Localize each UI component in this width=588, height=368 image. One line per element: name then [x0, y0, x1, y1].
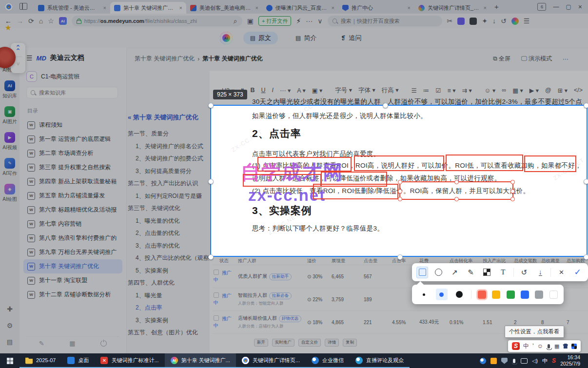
stroke-small[interactable]: [418, 289, 430, 300]
selection-handle-tm[interactable]: [383, 103, 388, 108]
tray-display-icon[interactable]: [521, 358, 528, 364]
stroke-large[interactable]: [453, 289, 465, 300]
desktop-icon: [67, 357, 75, 364]
tray-shield-icon[interactable]: [501, 358, 508, 364]
undo-capture-icon[interactable]: ↺: [518, 267, 530, 278]
ime-settings-tooltip: 个性设置，点我看看: [505, 326, 564, 338]
annotation-handle[interactable]: [398, 180, 402, 184]
download-capture-icon[interactable]: ↓: [534, 267, 546, 278]
wecom-icon: [312, 357, 319, 364]
ime-toolbar: S 中 ’ ☺ ▦: [508, 340, 581, 352]
annotation-rect[interactable]: [354, 155, 444, 171]
color-blue[interactable]: [521, 291, 529, 299]
color-red-selected[interactable]: [478, 291, 486, 299]
text-tool[interactable]: T: [497, 267, 509, 278]
rectangle-tool[interactable]: [416, 267, 428, 278]
skin-icon[interactable]: [563, 344, 568, 349]
windows-taskbar: 2025-07 桌面 ✕ 关键词推广标准计... AI 第十章 关键词推广...…: [0, 353, 588, 368]
tray-wecom-icon[interactable]: [480, 358, 486, 364]
annotation-rect[interactable]: [243, 174, 321, 187]
selection-handle-ml[interactable]: [208, 179, 214, 184]
annotation-rect-selected[interactable]: [399, 181, 513, 200]
selection-handle-bm[interactable]: [397, 254, 403, 260]
tray-volume-icon[interactable]: ◁): [532, 358, 538, 364]
taskbar-item-keyword-plan[interactable]: ✕ 关键词推广标准计...: [95, 353, 164, 368]
capture-dim-overlay: [0, 105, 210, 257]
color-green[interactable]: [507, 291, 515, 299]
red-x-app-icon: ✕: [100, 357, 108, 364]
tray-mic-icon[interactable]: [513, 359, 515, 363]
live-comment-icon: [355, 357, 363, 364]
chrome-icon: [242, 357, 249, 364]
ellipse-tool[interactable]: [432, 267, 444, 278]
arrow-tool[interactable]: ↗: [449, 267, 460, 278]
tray-orange-icon[interactable]: [490, 358, 497, 364]
annotation-handle[interactable]: [510, 197, 515, 201]
taskbar-item-chapter-doc[interactable]: AI 第十章 关键词推广...: [165, 353, 236, 368]
tray-ime-indicator[interactable]: 中: [542, 357, 548, 365]
emoji-picker-icon[interactable]: ☺: [537, 343, 543, 349]
selection-handle-tr[interactable]: [584, 103, 588, 108]
taskbar-item-wecom[interactable]: 企业微信: [306, 353, 350, 368]
color-yellow[interactable]: [492, 291, 500, 299]
folder-icon: [25, 357, 33, 364]
selection-handle-tl[interactable]: [208, 103, 214, 108]
color-white[interactable]: [549, 291, 558, 299]
cancel-capture-icon[interactable]: ×: [556, 267, 568, 278]
capture-size-badge: 925 × 373: [213, 90, 247, 99]
color-grey[interactable]: [535, 291, 543, 299]
mosaic-tool[interactable]: [481, 267, 493, 278]
annotation-rect[interactable]: [446, 155, 523, 171]
annotation-handle[interactable]: [510, 189, 515, 194]
confirm-capture-icon[interactable]: ✓: [572, 267, 584, 278]
capture-style-palette: [412, 285, 564, 304]
selection-handle-br[interactable]: [584, 254, 588, 260]
sogou-logo-icon[interactable]: S: [512, 342, 520, 350]
annotation-rect[interactable]: [524, 155, 576, 172]
annotation-rect[interactable]: [257, 157, 352, 172]
annotation-handle[interactable]: [454, 180, 459, 184]
taskbar-item-live-comments[interactable]: 直播评论及观众: [350, 353, 410, 368]
taskbar-item-folder[interactable]: 2025-07: [20, 353, 61, 368]
capture-toolbar: ↗ ✎ T ↺ ↓ × ✓: [412, 263, 588, 281]
annotation-handle[interactable]: [510, 180, 515, 184]
ime-punctuation-icon[interactable]: ’: [532, 343, 534, 349]
voice-input-icon[interactable]: [548, 344, 550, 349]
taskbar-item-desktop[interactable]: 桌面: [61, 353, 95, 368]
taskbar-clock[interactable]: 16:34 2025/7/9: [560, 354, 583, 367]
annotation-handle[interactable]: [398, 197, 402, 201]
pen-tool[interactable]: ✎: [465, 267, 477, 278]
ime-mode-chinese[interactable]: 中: [523, 342, 529, 350]
selection-handle-mr[interactable]: [584, 179, 588, 184]
ai-doc-app-icon: AI: [171, 357, 178, 364]
tray-sogou-icon[interactable]: S: [552, 357, 556, 364]
system-tray: ◁) 中 S 16:34 2025/7/9: [480, 353, 588, 368]
soft-keyboard-icon[interactable]: ▦: [554, 343, 559, 349]
annotation-handle[interactable]: [398, 189, 402, 194]
capture-dim-overlay: [0, 0, 588, 105]
screen: 系统管理 - 美迪云管理 × 第十章 关键词推广优化 × 美迪创客_美迪电商_美…: [0, 0, 588, 368]
annotation-handle[interactable]: [454, 197, 459, 201]
selection-handle-bl[interactable]: [208, 254, 214, 260]
stroke-medium-selected[interactable]: [436, 289, 448, 300]
annotation-rect[interactable]: [313, 184, 398, 199]
taskbar-item-chrome[interactable]: 关键词推广详情页...: [236, 353, 306, 368]
start-button[interactable]: [0, 353, 20, 368]
ime-toolbox-icon[interactable]: [571, 344, 577, 349]
